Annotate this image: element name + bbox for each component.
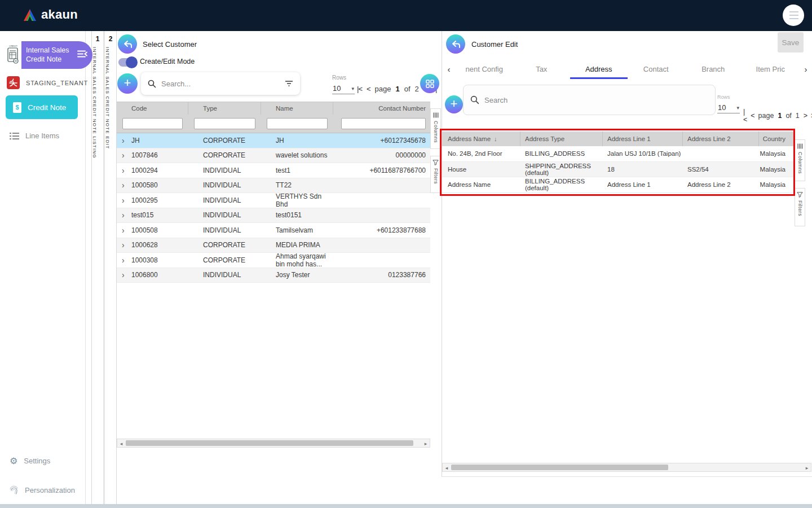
save-button[interactable]: Save xyxy=(778,32,804,52)
vertical-tab-number: 1 xyxy=(92,35,103,43)
current-page: 1 xyxy=(778,112,782,120)
cell-address-line2: SS2/54 xyxy=(683,166,759,173)
add-customer-button[interactable]: + xyxy=(117,73,138,94)
cell-name: Josy Tester xyxy=(261,271,333,279)
filters-side-tab[interactable]: Filters xyxy=(795,188,805,226)
expand-row-icon[interactable]: › xyxy=(122,151,125,159)
first-page-button[interactable]: |< xyxy=(743,108,747,124)
rows-per-page-select[interactable]: 10 ▾ xyxy=(717,102,740,113)
of-word: of xyxy=(785,112,791,120)
table-row[interactable]: ›1000294 INDIVIDUAL test1 +6011687876670… xyxy=(117,163,430,178)
table-row[interactable]: ›1000508 INDIVIDUAL Tamilselvam +6012338… xyxy=(117,223,430,238)
module-header[interactable]: CREDIT Internal Sales Credit Note xyxy=(5,41,92,69)
back-button[interactable] xyxy=(446,34,465,54)
filters-side-tab[interactable]: Filters xyxy=(430,156,441,193)
table-row[interactable]: Address Name BILLING_ADDRESS (default) A… xyxy=(442,177,795,193)
back-arrow-icon xyxy=(451,40,461,49)
column-header-name[interactable]: Name xyxy=(261,102,333,115)
personalization-label: Personalization xyxy=(25,486,75,494)
next-page-button[interactable]: > xyxy=(804,112,807,120)
cell-name: MEDIA PRIMA xyxy=(261,241,333,249)
table-row[interactable]: No. 24B, 2nd Floor BILLING_ADDRESS Jalan… xyxy=(442,146,795,162)
tabs-scroll-left-icon[interactable]: ‹ xyxy=(442,64,456,74)
column-header-type[interactable]: Type xyxy=(188,102,261,115)
table-row[interactable]: ›1006800 INDIVIDUAL Josy Tester 01233877… xyxy=(117,268,430,283)
create-edit-mode-toggle[interactable] xyxy=(118,58,136,67)
sidebar-item-line-items[interactable]: Line Items xyxy=(10,132,59,140)
table-row[interactable]: ›1000295 INDIVIDUAL VERTHYS Sdn Bhd xyxy=(117,193,430,208)
sidebar-item-tenant[interactable]: STAGING_TENANT xyxy=(7,76,88,89)
column-header-address-line2[interactable]: Address Line 2 xyxy=(683,132,759,146)
expand-row-icon[interactable]: › xyxy=(122,196,125,204)
column-header-contact[interactable]: Contact Number xyxy=(333,102,430,115)
table-row[interactable]: ›1007846 CORPORATE wavelet solutions 000… xyxy=(117,148,430,164)
filter-input-code[interactable] xyxy=(122,118,183,129)
expand-row-icon[interactable]: › xyxy=(122,256,125,264)
address-search-input[interactable] xyxy=(484,96,708,104)
scroll-left-arrow[interactable]: ◂ xyxy=(443,464,450,472)
columns-side-tab[interactable]: Columns xyxy=(430,108,441,149)
back-button[interactable] xyxy=(118,34,137,54)
table-row[interactable]: ›test015 INDIVIDUAL test0151 xyxy=(117,208,430,224)
gear-icon: ⚙ xyxy=(10,456,17,466)
tab-address[interactable]: Address xyxy=(570,59,628,79)
filter-input-name[interactable] xyxy=(267,118,328,129)
expand-row-icon[interactable]: › xyxy=(122,167,125,174)
scroll-right-arrow[interactable]: ▸ xyxy=(422,440,429,448)
user-avatar[interactable] xyxy=(783,5,804,26)
address-table-header: Address Name ↓ Address Type Address Line… xyxy=(442,132,795,146)
expand-row-icon[interactable]: › xyxy=(122,211,125,219)
scrollbar-thumb[interactable] xyxy=(451,465,668,470)
expand-row-icon[interactable]: › xyxy=(122,226,125,234)
expand-row-icon[interactable]: › xyxy=(122,137,125,144)
filter-input-type[interactable] xyxy=(194,118,255,129)
vertical-tab-listing[interactable]: 1 INTERNAL SALES CREDIT NOTE LISTING xyxy=(91,31,104,504)
rows-per-page-select[interactable]: 10 ▾ xyxy=(332,82,355,94)
table-row[interactable]: House SHIPPING_ADDRESS (default) 18 SS2/… xyxy=(442,162,795,178)
prev-page-button[interactable]: < xyxy=(751,112,754,120)
sidebar-item-personalization[interactable]: Personalization xyxy=(10,485,75,494)
column-header-address-line1[interactable]: Address Line 1 xyxy=(603,132,683,146)
column-header-country[interactable]: Country xyxy=(759,135,795,142)
tab-payment-config[interactable]: nent Config xyxy=(456,59,513,79)
column-header-address-type[interactable]: Address Type xyxy=(520,132,603,146)
columns-icon xyxy=(797,143,803,149)
table-row[interactable]: ›1000308 CORPORATE Ahmad syarqawi bin mo… xyxy=(117,253,430,268)
expand-row-icon[interactable]: › xyxy=(122,241,125,249)
sidebar-item-credit-note[interactable]: $ Credit Note xyxy=(6,95,78,119)
brand-logo[interactable]: akaun xyxy=(23,7,78,22)
first-page-button[interactable]: |< xyxy=(357,85,362,93)
grid-view-button[interactable] xyxy=(420,74,439,93)
tab-branch[interactable]: Branch xyxy=(685,59,742,79)
tab-item-pricing[interactable]: Item Pric xyxy=(742,59,800,79)
customer-search-input[interactable] xyxy=(161,80,280,88)
vertical-tab-edit[interactable]: 2 INTERNAL SALES CREDIT NOTE EDIT xyxy=(104,31,117,504)
cell-type: INDIVIDUAL xyxy=(188,211,261,219)
cell-address-line1: 18 xyxy=(603,166,683,173)
cell-code: 1000294 xyxy=(131,167,158,174)
filter-input-contact[interactable] xyxy=(341,118,426,129)
columns-side-tab[interactable]: Columns xyxy=(795,139,805,181)
collapse-menu-icon[interactable] xyxy=(77,50,87,60)
cell-address-type: BILLING_ADDRESS (default) xyxy=(520,178,603,191)
table-row[interactable]: ›1000628 CORPORATE MEDIA PRIMA xyxy=(117,238,430,253)
prev-page-button[interactable]: < xyxy=(367,85,370,93)
expand-row-icon[interactable]: › xyxy=(122,181,125,189)
scroll-left-arrow[interactable]: ◂ xyxy=(118,440,125,448)
tab-tax[interactable]: Tax xyxy=(513,59,571,79)
scroll-right-arrow[interactable]: ▸ xyxy=(804,464,810,472)
filter-list-icon[interactable] xyxy=(285,80,293,87)
scrollbar-thumb[interactable] xyxy=(126,440,413,446)
tab-contact[interactable]: Contact xyxy=(628,59,685,79)
top-navbar: akaun xyxy=(0,0,812,31)
expand-row-icon[interactable]: › xyxy=(122,271,125,279)
column-header-code[interactable]: Code xyxy=(117,102,188,115)
cell-type: CORPORATE xyxy=(188,256,261,264)
table-row[interactable]: ›JH CORPORATE JH +60127345678 xyxy=(117,133,430,148)
column-header-address-name[interactable]: Address Name ↓ xyxy=(442,132,520,146)
sidebar-item-settings[interactable]: ⚙ Settings xyxy=(10,456,50,466)
sort-descending-icon: ↓ xyxy=(494,135,497,142)
add-address-button[interactable]: + xyxy=(445,95,463,113)
table-row[interactable]: ›1000580 INDIVIDUAL TT22 xyxy=(117,178,430,194)
tabs-scroll-right-icon[interactable]: › xyxy=(799,64,812,74)
